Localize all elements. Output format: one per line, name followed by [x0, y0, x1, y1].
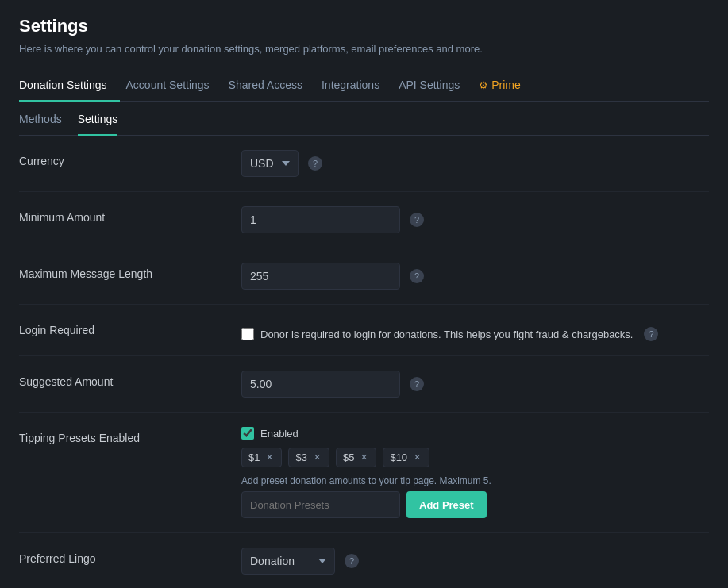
login-required-row: Login Required Donor is required to logi…	[19, 305, 709, 356]
max-message-length-control: ?	[241, 263, 709, 290]
tab-donation-settings[interactable]: Donation Settings	[19, 71, 120, 101]
minimum-amount-with-help: ?	[241, 206, 424, 233]
currency-with-help: USD EUR GBP CAD AUD ?	[241, 150, 322, 177]
tab-api-settings[interactable]: API Settings	[399, 71, 472, 101]
tipping-presets-row: Tipping Presets Enabled Enabled $1 ✕ $3	[19, 413, 709, 533]
max-message-length-input[interactable]	[241, 263, 400, 290]
tipping-presets-label: Tipping Presets Enabled	[19, 427, 241, 444]
main-tabs: Donation Settings Account Settings Share…	[19, 71, 709, 102]
preset-chip-1-remove[interactable]: ✕	[264, 453, 275, 462]
page-title: Settings	[19, 16, 709, 37]
currency-row: Currency USD EUR GBP CAD AUD ?	[19, 136, 709, 192]
preset-chip-5: $5 ✕	[336, 448, 376, 467]
preset-chip-10-remove[interactable]: ✕	[412, 453, 422, 462]
login-required-wrapper: Donor is required to login for donations…	[241, 322, 658, 341]
max-message-length-help-icon[interactable]: ?	[410, 269, 424, 283]
minimum-amount-label: Minimum Amount	[19, 206, 241, 224]
preferred-lingo-with-help: Donation Tip Contribution ?	[241, 548, 359, 575]
max-message-length-row: Maximum Message Length ?	[19, 248, 709, 305]
suggested-amount-label: Suggested Amount	[19, 371, 241, 388]
preset-add-row: Add preset donation amounts to your tip …	[241, 475, 709, 518]
preset-input[interactable]	[241, 491, 400, 518]
suggested-amount-row: Suggested Amount ?	[19, 356, 709, 413]
login-required-control: Donor is required to login for donations…	[241, 319, 709, 341]
preset-chip-1: $1 ✕	[241, 448, 282, 467]
login-required-text: Donor is required to login for donations…	[260, 329, 633, 340]
preset-hint: Add preset donation amounts to your tip …	[241, 475, 709, 486]
currency-control: USD EUR GBP CAD AUD ?	[241, 150, 709, 177]
preset-chip-3-remove[interactable]: ✕	[312, 453, 322, 462]
tab-integrations[interactable]: Integrations	[322, 71, 392, 101]
preferred-lingo-control: Donation Tip Contribution ?	[241, 548, 709, 575]
minimum-amount-help-icon[interactable]: ?	[410, 213, 424, 227]
preset-chip-5-remove[interactable]: ✕	[359, 453, 369, 462]
suggested-amount-with-help: ?	[241, 371, 424, 398]
sub-tab-methods[interactable]: Methods	[19, 113, 62, 135]
presets-container: Enabled $1 ✕ $3 ✕ $5 ✕	[241, 427, 709, 518]
login-required-help-icon[interactable]: ?	[644, 327, 658, 341]
minimum-amount-input[interactable]	[241, 206, 400, 233]
suggested-amount-input[interactable]	[241, 371, 400, 398]
preset-chip-3: $3 ✕	[288, 448, 329, 467]
tipping-presets-control: Enabled $1 ✕ $3 ✕ $5 ✕	[241, 427, 709, 518]
max-message-length-with-help: ?	[241, 263, 424, 290]
suggested-amount-help-icon[interactable]: ?	[410, 377, 424, 391]
sub-tabs: Methods Settings	[19, 102, 709, 136]
prime-star-icon: ⚙	[479, 79, 488, 91]
tipping-enabled-checkbox[interactable]	[241, 427, 254, 440]
preset-chips: $1 ✕ $3 ✕ $5 ✕ $10 ✕	[241, 448, 709, 467]
preferred-lingo-label: Preferred Lingo	[19, 548, 241, 565]
tab-account-settings[interactable]: Account Settings	[126, 71, 222, 101]
currency-label: Currency	[19, 150, 241, 167]
tab-prime[interactable]: ⚙ Prime	[479, 71, 533, 101]
tipping-enabled-label: Enabled	[260, 428, 299, 440]
tab-shared-access[interactable]: Shared Access	[229, 71, 315, 101]
sub-tab-settings[interactable]: Settings	[78, 113, 118, 135]
login-required-checkbox[interactable]	[241, 328, 254, 340]
login-required-label: Login Required	[19, 319, 241, 336]
settings-content: Currency USD EUR GBP CAD AUD ? Minimum A…	[19, 136, 709, 588]
currency-select[interactable]: USD EUR GBP CAD AUD	[241, 150, 299, 177]
preset-input-row: Add Preset	[241, 491, 709, 518]
page-wrapper: Settings Here is where you can control y…	[0, 0, 728, 588]
suggested-amount-control: ?	[241, 371, 709, 398]
tipping-enabled-row: Enabled	[241, 427, 709, 440]
preferred-lingo-select[interactable]: Donation Tip Contribution	[241, 548, 335, 575]
add-preset-button[interactable]: Add Preset	[406, 491, 487, 518]
minimum-amount-control: ?	[241, 206, 709, 233]
preset-chip-10: $10 ✕	[383, 448, 429, 467]
page-description: Here is where you can control your donat…	[19, 43, 709, 55]
preferred-lingo-help-icon[interactable]: ?	[345, 554, 359, 568]
minimum-amount-row: Minimum Amount ?	[19, 192, 709, 248]
max-message-length-label: Maximum Message Length	[19, 263, 241, 280]
preferred-lingo-row: Preferred Lingo Donation Tip Contributio…	[19, 533, 709, 588]
currency-help-icon[interactable]: ?	[308, 156, 322, 171]
